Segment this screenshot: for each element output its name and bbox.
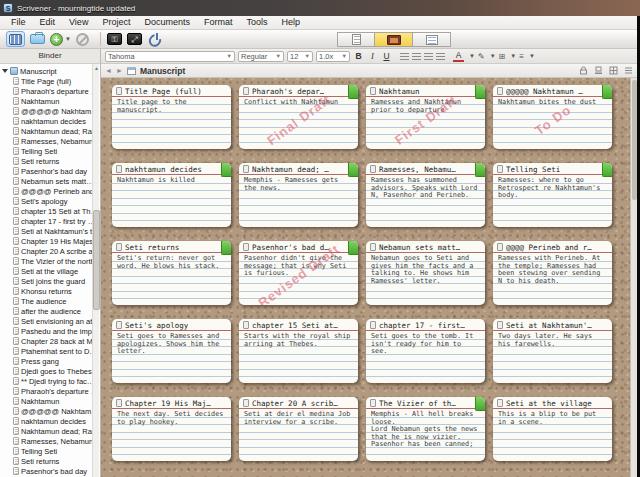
scroll-up-icon[interactable]: ▲ [93,64,100,72]
binder-item[interactable]: Nakhtamun [0,96,93,106]
bold-button[interactable]: B [353,51,364,61]
list-view-icon[interactable] [624,66,633,75]
list-button[interactable]: ≡ [519,52,524,61]
binder-item[interactable]: Ptahemhat sent to D… [0,346,93,356]
binder-item[interactable]: Khonsu returns [0,286,93,296]
index-card[interactable]: chapter 15 Seti at… Starts with the roya… [239,319,358,383]
binder-item[interactable]: chapter 15 Seti at Th… [0,206,93,216]
binder-item[interactable]: @@@@@ Nakhtam… [0,406,93,416]
index-card[interactable]: Seti's apology Seti goes to Ramesses and… [112,319,231,383]
menu-file[interactable]: File [4,16,33,29]
binder-item[interactable]: Seti's apology [0,196,93,206]
font-style-select[interactable]: Regular▼ [238,51,284,62]
corkboard-scrollbar[interactable] [630,78,637,477]
text-color-button[interactable]: A [453,50,464,62]
binder-item[interactable]: Seti at the village [0,266,93,276]
binder-item[interactable]: Pharaoh's departure … [0,86,93,96]
binder-item[interactable]: Pasenhor's bad day [0,466,93,476]
index-card[interactable]: nakhtamun decides Nakhtamun is killed [112,163,231,227]
back-arrow-icon[interactable]: ◄ [105,67,112,74]
remove-item-button[interactable] [76,31,89,47]
italic-button[interactable]: I [367,51,378,61]
binder-toggle-button[interactable] [6,31,25,47]
menu-view[interactable]: View [62,16,95,29]
binder-item[interactable]: Seti envisioning an at… [0,316,93,326]
index-card[interactable]: Nebamun sets matt… Nebamun goes to Seti … [366,241,485,305]
binder-item[interactable]: nakhtamun decides [0,416,93,426]
binder-item[interactable]: Nakhtamun dead; Ra… [0,126,93,136]
binder-item[interactable]: chapter 17 - first try … [0,216,93,226]
binder-item[interactable]: Nakhtamun [0,396,93,406]
menu-edit[interactable]: Edit [33,16,63,29]
index-card[interactable]: @@@@@ Nakhtamun … Nakhtamun bites the du… [493,85,612,149]
scrollbar-thumb[interactable] [93,210,100,310]
font-family-select[interactable]: Tahoma▼ [105,51,235,62]
menu-tools[interactable]: Tools [239,16,274,29]
binder-item[interactable]: Pharaoh's departure … [0,386,93,396]
align-center-icon[interactable] [412,53,421,60]
align-left-icon[interactable] [400,53,409,60]
binder-item[interactable]: @@@@ Perineb and … [0,186,93,196]
title-bar[interactable]: S Scrivener - mourningtide updated [0,0,640,16]
lock-icon[interactable] [579,66,588,75]
index-card[interactable]: Pasenhor's bad d… Pasenhor didn't give t… [239,241,358,305]
binder-item[interactable]: Press gang [0,356,93,366]
menu-project[interactable]: Project [95,16,137,29]
align-justify-icon[interactable] [436,53,445,60]
index-card[interactable]: Chapter 19 His Maj… The next day. Seti d… [112,397,231,461]
name-generator-button[interactable] [147,31,159,47]
index-card[interactable]: Telling Seti Ramesses: where to go Retro… [493,163,612,227]
binder-item[interactable]: ** Djedi trying to fac… [0,376,93,386]
index-card[interactable]: @@@@ Perineb and r… Ramesses with Perine… [493,241,612,305]
collections-button[interactable] [30,31,45,47]
index-card[interactable]: Title Page (full) Title page to the manu… [112,85,231,149]
underline-button[interactable]: U [381,51,392,61]
binder-item[interactable]: Djedi goes to Thebes… [0,366,93,376]
add-item-button[interactable]: +▼ [50,31,71,47]
index-card[interactable]: Nakhtamun dead; … Memphis - Ramesses get… [239,163,358,227]
index-card[interactable]: The Vizier of th… Memphis - All hell bre… [366,397,485,461]
line-spacing-select[interactable]: 1.0x▼ [316,51,350,62]
menu-help[interactable]: Help [274,16,307,29]
index-card[interactable]: Chapter 20 A scrib… Seti at deir el medi… [239,397,358,461]
index-card[interactable]: Seti at Nakhtamun'… Two days later. He s… [493,319,612,383]
stamp-icon[interactable] [594,66,603,75]
binder-item[interactable]: The Vizier of the north [0,256,93,266]
binder-item[interactable]: @@@@@ Nakhtam… [0,106,93,116]
index-card[interactable]: Ramesses, Nebamu… Ramesses has summoned … [366,163,485,227]
binder-item[interactable]: Chapter 19 His Majes… [0,236,93,246]
binder-item[interactable]: The audience [0,296,93,306]
binder-item[interactable]: Seti at Nakhtamun's t… [0,226,93,236]
binder-item[interactable]: Chapter 20 A scribe a… [0,246,93,256]
binder-item[interactable]: Nebamun sets matt… [0,176,93,186]
outline-view-button[interactable] [413,32,451,47]
binder-scrollbar[interactable]: ▲ [92,64,99,477]
binder-item[interactable]: after the audience [0,306,93,316]
binder-item[interactable]: Telling Seti [0,146,93,156]
menu-format[interactable]: Format [197,16,240,29]
binder-item[interactable]: Ramesses, Nebamun… [0,136,93,146]
binder-item[interactable]: Seti returns [0,456,93,466]
index-card[interactable]: Pharaoh's depar… Conflict with Nakhtamun… [239,85,358,149]
binder-item[interactable]: Nakhtamun dead; Ra… [0,426,93,436]
binder-item[interactable]: Chapter 28 back at M… [0,336,93,346]
binder-item[interactable]: Ramesses, Nebamun… [0,436,93,446]
binder-item[interactable]: Telling Seti [0,446,93,456]
corkboard-view-button[interactable] [375,32,413,47]
forward-arrow-icon[interactable]: ► [116,67,123,74]
fullscreen-button[interactable]: ⤢ [127,31,142,47]
index-card[interactable]: Seti returns Seti's return: never got wo… [112,241,231,305]
highlight-button[interactable]: ✎ [478,52,485,61]
index-card[interactable]: Seti at the village This is a blip to be… [493,397,612,461]
document-view-button[interactable] [337,32,375,47]
menu-documents[interactable]: Documents [137,16,197,29]
binder-item[interactable]: Pashedu and the imp… [0,326,93,336]
index-card[interactable]: chapter 17 - first… Seti goes to the tom… [366,319,485,383]
grid-view-icon[interactable] [609,66,618,75]
binder-item-manuscript[interactable]: Manuscript [0,66,93,76]
align-right-icon[interactable] [424,53,433,60]
binder-item[interactable]: Seti joins the guard [0,276,93,286]
binder-item[interactable]: nakhtamun decides [0,116,93,126]
binder-item[interactable]: Pasenhor's bad day [0,166,93,176]
font-size-select[interactable]: 12▼ [287,51,313,62]
